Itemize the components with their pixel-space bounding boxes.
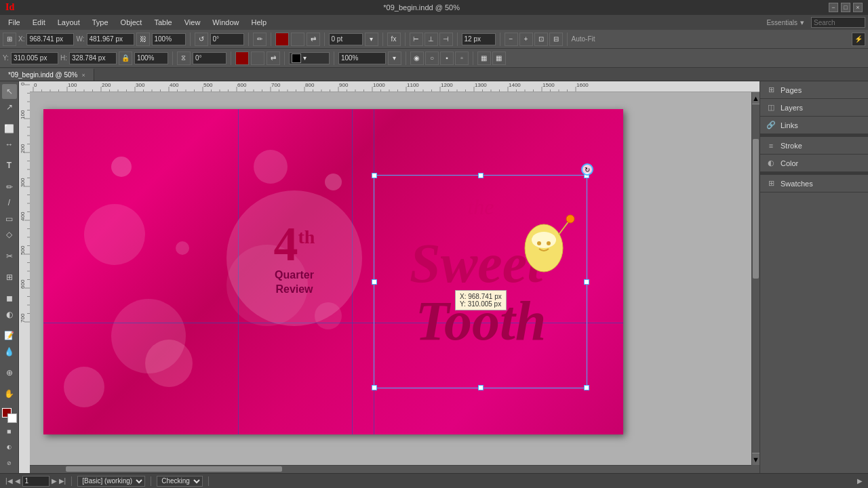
tab-close-button[interactable]: × [81, 72, 85, 79]
zoom-tool[interactable]: ⊕ [2, 365, 17, 380]
page-tool[interactable]: ⬜ [2, 121, 17, 136]
note-tool[interactable]: 📝 [2, 329, 17, 344]
scrollbar-horizontal[interactable] [30, 465, 751, 473]
workspace-dropdown-icon[interactable]: ▾ [800, 18, 804, 27]
links-panel-item[interactable]: 🔗 Links [760, 117, 868, 134]
transform-icon1[interactable]: ⊞ [3, 33, 16, 46]
stroke-type-icon3[interactable]: ⇄ [267, 52, 280, 65]
apply-color-btn[interactable]: ◼ [2, 424, 17, 439]
menu-window[interactable]: Window [207, 17, 244, 28]
frame-tool[interactable]: ▭ [2, 211, 17, 226]
first-page-button[interactable]: |◀ [5, 477, 13, 485]
page-number-input[interactable] [22, 476, 50, 487]
close-button[interactable]: × [853, 3, 863, 12]
gap-tool[interactable]: ↔ [2, 137, 17, 152]
scroll-up-button[interactable]: ▲ [752, 92, 760, 104]
fit-spread-icon[interactable]: ⊟ [549, 33, 563, 46]
menu-table[interactable]: Table [149, 17, 177, 28]
align-center-icon[interactable]: ⊥ [425, 33, 438, 46]
menu-file[interactable]: File [3, 17, 26, 28]
fill-stroke-selector[interactable] [2, 408, 17, 423]
minimize-button[interactable]: − [829, 3, 838, 12]
prev-page-button[interactable]: ◀ [15, 477, 20, 485]
zoom-out-icon[interactable]: − [505, 33, 518, 46]
swatches-panel-item[interactable]: ⊞ Swatches [760, 175, 868, 192]
view-preview-icon[interactable]: ○ [425, 52, 439, 65]
view-bleed-icon[interactable]: ▪ [440, 52, 454, 65]
canvas-area[interactable]: 4th QuarterReview the [30, 92, 751, 465]
rotation-handle[interactable]: ↻ [581, 163, 593, 176]
stroke-type-icon1[interactable] [235, 52, 249, 65]
status-expand-button[interactable]: ▶ [857, 477, 863, 485]
zoom-px-input[interactable] [462, 33, 496, 45]
next-page-button[interactable]: ▶ [52, 477, 57, 485]
pen-tool-icon[interactable]: ✏ [253, 33, 267, 46]
last-page-button[interactable]: ▶| [59, 477, 66, 485]
stroke-color-icon[interactable] [275, 33, 289, 46]
scroll-thumb-h[interactable] [66, 466, 282, 472]
scale-w-input[interactable] [152, 33, 186, 45]
h-input[interactable] [69, 52, 117, 64]
stroke-width-input[interactable] [329, 33, 363, 45]
apply-gradient-btn[interactable]: ◐ [2, 440, 17, 455]
stroke-type-icon2[interactable] [251, 52, 264, 65]
view-slug-icon[interactable]: ▫ [455, 52, 469, 65]
stroke-dropdown-icon[interactable]: ▾ [365, 33, 378, 46]
view-normal-icon[interactable]: ◉ [410, 52, 424, 65]
pages-panel-item[interactable]: ⊞ Pages [760, 81, 868, 99]
scrollbar-vertical[interactable]: ▲ ▼ [751, 92, 760, 465]
eyedropper-tool[interactable]: 💧 [2, 344, 17, 359]
rotate-icon[interactable]: ↺ [195, 33, 208, 46]
stroke-panel-item[interactable]: ≡ Stroke [760, 137, 868, 155]
menu-layout[interactable]: Layout [52, 17, 85, 28]
lightning-icon[interactable]: ⚡ [852, 33, 865, 46]
hand-tool[interactable]: ✋ [2, 387, 17, 402]
zoom-in-icon[interactable]: + [519, 33, 533, 46]
menu-type[interactable]: Type [87, 17, 114, 28]
shear-input[interactable] [193, 52, 226, 64]
scale-h-input[interactable] [134, 52, 168, 64]
shape-tool[interactable]: ◇ [2, 228, 17, 243]
zoom-percent-dropdown[interactable]: ▾ [388, 52, 401, 65]
swap-colors-icon[interactable]: ⇄ [307, 33, 320, 46]
scroll-thumb-v[interactable] [753, 139, 759, 279]
menu-edit[interactable]: Edit [27, 17, 51, 28]
layers-panel-item[interactable]: ◫ Layers [760, 99, 868, 117]
display-performance-icon1[interactable]: ▦ [477, 52, 491, 65]
search-input[interactable] [811, 17, 865, 28]
document-tab[interactable]: *09_begin.indd @ 50% × [0, 68, 94, 81]
line-tool[interactable]: / [2, 196, 17, 211]
text-tool[interactable]: T [2, 159, 17, 174]
stroke-color-swatch[interactable]: ▾ [289, 52, 330, 64]
menu-object[interactable]: Object [115, 17, 148, 28]
scissors-tool[interactable]: ✂ [2, 249, 17, 264]
menu-help[interactable]: Help [245, 17, 272, 28]
window-controls[interactable]: − □ × [829, 3, 863, 12]
shear-icon[interactable]: ⧖ [177, 52, 191, 65]
layer-dropdown[interactable]: [Basic] (working) [77, 476, 145, 487]
scroll-down-button[interactable]: ▼ [752, 453, 760, 465]
color-panel-item[interactable]: ◐ Color [760, 155, 868, 172]
display-performance-icon2[interactable]: ▦ [492, 52, 506, 65]
maximize-button[interactable]: □ [841, 3, 850, 12]
align-left-icon[interactable]: ⊢ [410, 33, 423, 46]
lock-h-icon[interactable]: 🔒 [119, 52, 132, 65]
rotate-input[interactable] [210, 33, 244, 45]
gradient-swatch-tool[interactable]: ◼ [2, 291, 17, 306]
free-transform-tool[interactable]: ⊞ [2, 270, 17, 285]
zoom-percent-input[interactable] [338, 52, 386, 64]
lock-proportions-icon[interactable]: ⛓ [136, 33, 150, 46]
fit-page-icon[interactable]: ⊡ [534, 33, 548, 46]
pencil-tool[interactable]: ✏ [2, 180, 17, 195]
select-tool[interactable]: ↖ [2, 84, 17, 99]
y-input[interactable] [11, 52, 58, 64]
align-right-icon[interactable]: ⊣ [439, 33, 453, 46]
x-input[interactable] [26, 33, 74, 45]
apply-none-btn[interactable]: ⊘ [2, 456, 17, 471]
effects-icon[interactable]: fx [387, 33, 401, 46]
spell-check-dropdown[interactable]: Checking [157, 476, 203, 487]
direct-select-tool[interactable]: ↗ [2, 100, 17, 115]
w-input[interactable] [87, 33, 134, 45]
menu-view[interactable]: View [179, 17, 206, 28]
gradient-feather-tool[interactable]: ◐ [2, 307, 17, 322]
